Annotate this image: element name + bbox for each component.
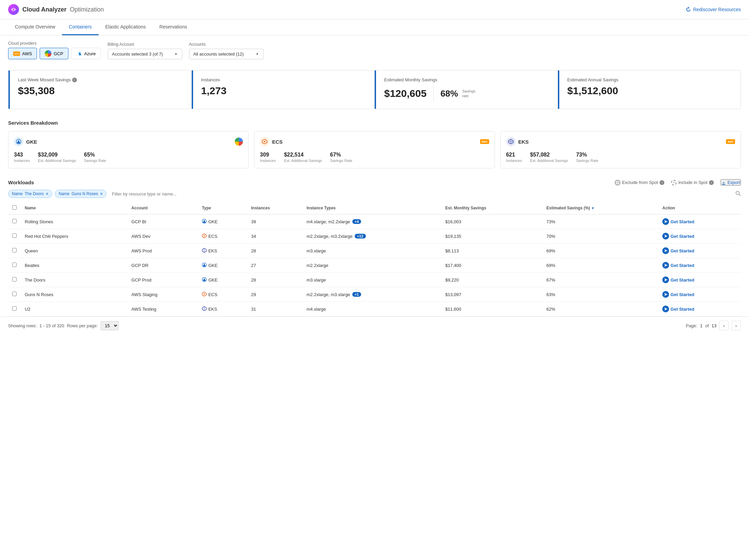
- get-started-button[interactable]: ➤ Get Started: [662, 218, 694, 225]
- type-icon: [202, 263, 207, 268]
- row-est-savings-pct: 67%: [542, 273, 658, 287]
- get-started-button[interactable]: ➤ Get Started: [662, 233, 694, 240]
- svg-marker-2: [17, 140, 20, 143]
- showing-label: Showing rows:: [8, 323, 37, 328]
- ecs-instances-label: Instances: [260, 159, 276, 163]
- ecs-service-icon: [260, 137, 269, 146]
- filter-tag-doors-remove[interactable]: ×: [46, 191, 48, 196]
- aws-provider-button[interactable]: aws AWS: [8, 48, 37, 59]
- ecs-instances-value: 309: [260, 152, 276, 158]
- th-action: Action: [658, 202, 741, 214]
- type-icon: [202, 248, 207, 254]
- workloads-title: Workloads: [8, 180, 34, 185]
- get-started-button[interactable]: ➤ Get Started: [662, 291, 694, 298]
- rows-per-page-dropdown[interactable]: 15 25 50: [101, 321, 119, 330]
- page-label: Page:: [686, 323, 697, 328]
- row-checkbox[interactable]: [12, 292, 17, 296]
- select-all-checkbox[interactable]: [12, 205, 17, 210]
- svg-point-13: [204, 235, 205, 236]
- services-grid: GKE 343 Instances $32,009 Est. Additiona…: [8, 131, 741, 168]
- export-button[interactable]: Export: [721, 179, 741, 186]
- next-page-button[interactable]: ›: [731, 321, 741, 330]
- tab-reservations[interactable]: Reservations: [153, 19, 194, 35]
- services-title: Services Breakdown: [8, 120, 741, 126]
- app-title: Cloud Analyzer: [22, 6, 66, 13]
- get-started-button[interactable]: ➤ Get Started: [662, 262, 694, 269]
- get-started-icon: ➤: [662, 291, 669, 298]
- billing-account-select[interactable]: Accounts selected 3 (of 7) ▼: [108, 49, 182, 59]
- instance-types-text: m2.2xlarge, m3.2xlarge: [307, 234, 353, 239]
- exclude-spot-icon: ⊘: [615, 180, 620, 185]
- gke-rate-metric: 65% Savings Rate: [84, 152, 106, 163]
- rediscover-label: Rediscover Resources: [693, 7, 741, 12]
- header: Cloud Analyzer Optimization Rediscover R…: [0, 0, 749, 19]
- tab-compute[interactable]: Compute Overview: [8, 19, 62, 35]
- kpi-instances: Instances 1,273: [192, 70, 375, 109]
- service-card-eks: EKS aws 621 Instances $57,082 Est. Addit…: [500, 131, 741, 168]
- gke-service-icon: [14, 137, 23, 146]
- table-row: Queen AWS Prod EKS 28 m3.xlarge $8,113 6…: [8, 244, 741, 258]
- get-started-button[interactable]: ➤ Get Started: [662, 306, 694, 312]
- azure-provider-button[interactable]: Azure: [71, 48, 101, 59]
- service-name-eks: EKS: [506, 137, 529, 146]
- exclude-spot-info-icon[interactable]: i: [660, 180, 664, 185]
- tab-containers[interactable]: Containers: [62, 19, 99, 35]
- gcp-label: GCP: [54, 51, 63, 56]
- sort-icon[interactable]: ▼: [591, 206, 595, 210]
- workloads-filter-input[interactable]: [109, 190, 733, 198]
- search-icon[interactable]: [735, 191, 741, 197]
- row-monthly-savings: $19,135: [441, 229, 542, 244]
- accounts-select[interactable]: All accounts selected (12) ▼: [189, 49, 264, 59]
- ecs-savings-value: $22,514: [284, 152, 322, 158]
- eks-service-icon: [506, 137, 516, 146]
- th-all: [8, 202, 21, 214]
- include-spot-info-icon[interactable]: i: [709, 180, 714, 185]
- row-account: AWS Dev: [127, 229, 198, 244]
- billing-chevron-icon: ▼: [174, 52, 178, 56]
- instance-types-text: m3.xlarge: [307, 277, 326, 283]
- filter-tag-doors: Name The Doors ×: [8, 190, 52, 198]
- row-checkbox[interactable]: [12, 248, 17, 252]
- row-checkbox-cell: [8, 244, 21, 258]
- row-est-savings-pct: 69%: [542, 258, 658, 273]
- cloud-providers-label: Cloud providers: [8, 41, 101, 46]
- instance-types-text: m2.2xlarge, m3.xlarge: [307, 292, 350, 297]
- row-checkbox[interactable]: [12, 219, 17, 223]
- service-card-gke: GKE 343 Instances $32,009 Est. Additiona…: [8, 131, 249, 168]
- table-row: The Doors GCP Prod GKE 28 m3.xlarge $9,2…: [8, 273, 741, 287]
- eks-name: EKS: [518, 139, 529, 145]
- row-checkbox-cell: [8, 229, 21, 244]
- gcp-provider-button[interactable]: GCP: [40, 48, 68, 59]
- prev-page-button[interactable]: ‹: [719, 321, 729, 330]
- ecs-instances-metric: 309 Instances: [260, 152, 276, 163]
- row-checkbox[interactable]: [12, 263, 17, 267]
- type-label: GKE: [208, 263, 217, 268]
- gke-cloud-icon: [235, 138, 243, 146]
- row-checkbox[interactable]: [12, 277, 17, 282]
- row-checkbox[interactable]: [12, 306, 17, 311]
- kpi-info-icon[interactable]: i: [72, 78, 77, 82]
- get-started-button[interactable]: ➤ Get Started: [662, 276, 694, 283]
- get-started-label: Get Started: [670, 307, 694, 312]
- tab-elastic[interactable]: Elastic Applications: [99, 19, 153, 35]
- exclude-from-spot-button[interactable]: ⊘ Exclude from Spot i: [615, 180, 664, 185]
- service-header-eks: EKS aws: [506, 137, 735, 146]
- filter-tag-gnr-remove[interactable]: ×: [100, 191, 103, 196]
- row-monthly-savings: $9,220: [441, 273, 542, 287]
- service-card-ecs: ECS aws 309 Instances $22,514 Est. Addit…: [254, 131, 495, 168]
- get-started-button[interactable]: ➤ Get Started: [662, 247, 694, 254]
- aws-icon: aws: [13, 51, 20, 56]
- row-checkbox[interactable]: [12, 233, 17, 238]
- table-row: Rolling Stones GCP BI GKE 39 m4.xlarge, …: [8, 214, 741, 229]
- get-started-icon: ➤: [662, 233, 669, 240]
- billing-account-label: Billing Account: [108, 42, 182, 47]
- ecs-name: ECS: [272, 139, 283, 145]
- include-in-spot-button[interactable]: + Include in Spot i: [671, 180, 714, 185]
- instance-types-extra-badge: +4: [352, 219, 361, 224]
- row-instances: 29: [247, 287, 303, 302]
- row-instances: 39: [247, 214, 303, 229]
- kpi-section: Last Week Missed Savings i $35,308 Insta…: [0, 65, 749, 115]
- cloud-providers-buttons: aws AWS GCP Azure: [8, 48, 101, 59]
- row-action: ➤ Get Started: [658, 244, 741, 258]
- rediscover-button[interactable]: Rediscover Resources: [686, 7, 741, 12]
